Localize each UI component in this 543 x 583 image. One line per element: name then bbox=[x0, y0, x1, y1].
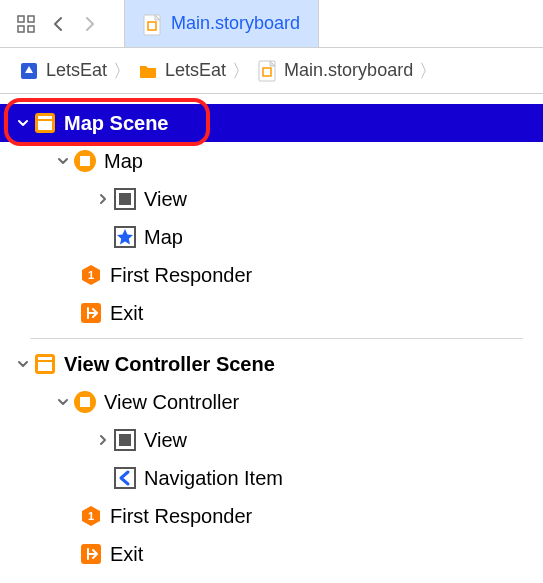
scene-divider bbox=[30, 338, 523, 339]
svg-rect-11 bbox=[38, 121, 52, 130]
project-icon bbox=[18, 60, 40, 82]
svg-rect-15 bbox=[119, 193, 131, 205]
tree-item-view[interactable]: View bbox=[0, 180, 543, 218]
tree-item-label: Map bbox=[144, 226, 183, 249]
chevron-down-icon[interactable] bbox=[54, 396, 72, 408]
chevron-down-icon[interactable] bbox=[14, 358, 32, 370]
tab-bar-empty bbox=[319, 0, 543, 47]
breadcrumb-label: LetsEat bbox=[165, 60, 226, 81]
storyboard-file-icon bbox=[143, 14, 163, 34]
controller-row[interactable]: View Controller bbox=[0, 383, 543, 421]
first-responder-label: First Responder bbox=[110, 505, 252, 528]
svg-rect-20 bbox=[38, 357, 52, 360]
scene-row-view-controller[interactable]: View Controller Scene bbox=[0, 345, 543, 383]
first-responder-row[interactable]: 1 First Responder bbox=[0, 256, 543, 294]
view-icon bbox=[112, 186, 138, 212]
related-items-icon[interactable] bbox=[12, 10, 40, 38]
chevron-right-icon[interactable] bbox=[94, 434, 112, 446]
folder-icon bbox=[137, 60, 159, 82]
scene-icon bbox=[32, 110, 58, 136]
svg-rect-0 bbox=[18, 16, 24, 22]
breadcrumb-label: Main.storyboard bbox=[284, 60, 413, 81]
forward-button[interactable] bbox=[76, 10, 104, 38]
breadcrumb-label: LetsEat bbox=[46, 60, 107, 81]
toolbar-nav bbox=[0, 10, 104, 38]
breadcrumb: LetsEat 〉 LetsEat 〉 Main.storyboard 〉 bbox=[0, 48, 543, 94]
controller-row[interactable]: Map bbox=[0, 142, 543, 180]
chevron-down-icon[interactable] bbox=[54, 155, 72, 167]
view-controller-icon bbox=[72, 148, 98, 174]
first-responder-icon: 1 bbox=[78, 503, 104, 529]
breadcrumb-separator: 〉 bbox=[232, 59, 250, 83]
tree-item-map[interactable]: Map bbox=[0, 218, 543, 256]
controller-label: View Controller bbox=[104, 391, 239, 414]
svg-rect-2 bbox=[18, 26, 24, 32]
svg-rect-13 bbox=[80, 156, 90, 166]
first-responder-row[interactable]: 1 First Responder bbox=[0, 497, 543, 535]
svg-text:1: 1 bbox=[88, 269, 94, 281]
tree-item-label: View bbox=[144, 188, 187, 211]
view-controller-icon bbox=[72, 389, 98, 415]
exit-icon bbox=[78, 300, 104, 326]
svg-text:1: 1 bbox=[88, 510, 94, 522]
svg-rect-23 bbox=[80, 397, 90, 407]
svg-rect-3 bbox=[28, 26, 34, 32]
tree-item-label: View bbox=[144, 429, 187, 452]
back-button[interactable] bbox=[44, 10, 72, 38]
toolbar: Main.storyboard bbox=[0, 0, 543, 48]
exit-row[interactable]: Exit bbox=[0, 535, 543, 573]
scene-label: Map Scene bbox=[64, 112, 168, 135]
svg-rect-10 bbox=[38, 116, 52, 119]
breadcrumb-item-project[interactable]: LetsEat bbox=[18, 60, 107, 82]
scene-icon bbox=[32, 351, 58, 377]
chevron-down-icon[interactable] bbox=[14, 117, 32, 129]
breadcrumb-item-file[interactable]: Main.storyboard bbox=[256, 60, 413, 82]
chevron-right-icon[interactable] bbox=[94, 193, 112, 205]
scene-row-map[interactable]: Map Scene bbox=[0, 104, 543, 142]
tab-bar: Main.storyboard bbox=[124, 0, 543, 47]
breadcrumb-item-folder[interactable]: LetsEat bbox=[137, 60, 226, 82]
document-outline: Map Scene Map View Map 1 First Responder bbox=[0, 94, 543, 573]
svg-rect-25 bbox=[119, 434, 131, 446]
breadcrumb-separator: 〉 bbox=[113, 59, 131, 83]
svg-rect-26 bbox=[115, 468, 135, 488]
svg-rect-1 bbox=[28, 16, 34, 22]
first-responder-icon: 1 bbox=[78, 262, 104, 288]
exit-label: Exit bbox=[110, 543, 143, 566]
map-icon bbox=[112, 224, 138, 250]
exit-row[interactable]: Exit bbox=[0, 294, 543, 332]
storyboard-file-icon bbox=[256, 60, 278, 82]
scene-label: View Controller Scene bbox=[64, 353, 275, 376]
view-icon bbox=[112, 427, 138, 453]
tree-item-label: Navigation Item bbox=[144, 467, 283, 490]
tab-label: Main.storyboard bbox=[171, 13, 300, 34]
svg-rect-21 bbox=[38, 362, 52, 371]
tree-item-navigation[interactable]: Navigation Item bbox=[0, 459, 543, 497]
first-responder-label: First Responder bbox=[110, 264, 252, 287]
tree-item-view[interactable]: View bbox=[0, 421, 543, 459]
exit-label: Exit bbox=[110, 302, 143, 325]
breadcrumb-separator: 〉 bbox=[419, 59, 437, 83]
controller-label: Map bbox=[104, 150, 143, 173]
exit-icon bbox=[78, 541, 104, 567]
tab-main-storyboard[interactable]: Main.storyboard bbox=[124, 0, 319, 47]
nav-item-icon bbox=[112, 465, 138, 491]
